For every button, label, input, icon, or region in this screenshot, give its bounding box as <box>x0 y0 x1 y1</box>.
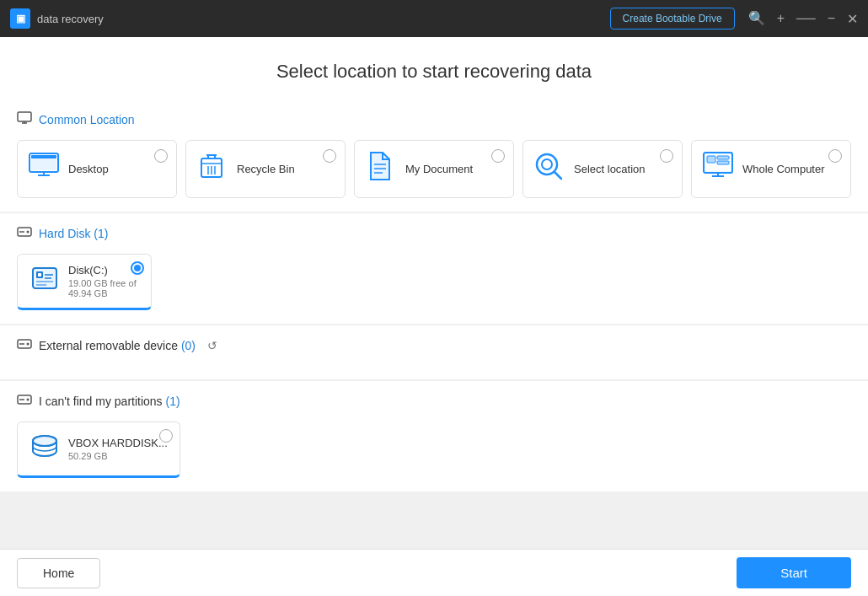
common-location-section: Common Location Desktop <box>0 99 868 212</box>
vbox-radio[interactable] <box>159 429 173 443</box>
page-title: Select location to start recovering data <box>0 61 868 83</box>
svg-rect-27 <box>717 156 729 159</box>
hard-disk-label: Hard Disk (1) <box>39 227 108 240</box>
close-icon[interactable]: ✕ <box>847 11 858 27</box>
partitions-section-icon <box>17 393 32 410</box>
app-title: data recovery <box>37 13 104 25</box>
my-document-radio[interactable] <box>491 149 505 163</box>
create-bootable-button[interactable]: Create Bootable Drive <box>610 8 735 30</box>
partitions-count: (1) <box>166 395 180 408</box>
disk-c-item[interactable]: Disk(C:) 19.00 GB free of 49.94 GB <box>17 254 152 310</box>
logo-icon: ▣ <box>10 8 30 29</box>
hard-disk-section: Hard Disk (1) <box>0 213 868 324</box>
scroll-area: Common Location Desktop <box>0 99 868 549</box>
partitions-label: I can't find my partitions (1) <box>39 395 180 408</box>
recycle-bin-icon <box>196 152 227 186</box>
select-location-radio[interactable] <box>660 149 673 163</box>
app-logo: ▣ data recovery <box>10 8 104 29</box>
hard-disk-count: (1) <box>94 227 108 240</box>
minimize-icon[interactable]: − <box>828 12 835 25</box>
desktop-label: Desktop <box>68 163 109 175</box>
vbox-disk-items: VBOX HARDDISK... 50.29 GB <box>17 421 851 478</box>
common-location-header: Common Location <box>17 111 851 128</box>
svg-point-30 <box>27 231 29 234</box>
desktop-card[interactable]: Desktop <box>17 140 177 198</box>
menu-icon[interactable]: ── <box>796 12 816 25</box>
svg-rect-5 <box>31 155 56 158</box>
disk-c-info: Disk(C:) 19.00 GB free of 49.94 GB <box>68 264 137 298</box>
svg-point-40 <box>27 343 29 346</box>
svg-rect-26 <box>707 156 715 163</box>
whole-computer-icon <box>702 151 732 187</box>
location-cards: Desktop <box>17 140 851 198</box>
vbox-icon <box>29 431 60 467</box>
vbox-info: VBOX HARDDISK... 50.29 GB <box>68 437 168 461</box>
disk-c-name: Disk(C:) <box>68 264 137 277</box>
disk-items: Disk(C:) 19.00 GB free of 49.94 GB <box>17 254 851 310</box>
common-location-section-icon <box>17 111 32 128</box>
desktop-radio[interactable] <box>154 149 168 163</box>
my-document-icon <box>365 151 395 187</box>
recycle-bin-label: Recycle Bin <box>237 163 295 175</box>
svg-point-20 <box>542 159 552 169</box>
titlebar: ▣ data recovery Create Bootable Drive 🔍 … <box>0 0 868 37</box>
vbox-size: 50.29 GB <box>68 451 168 461</box>
external-device-label: External removable device (0) <box>39 339 196 352</box>
whole-computer-label: Whole Computer <box>742 163 825 175</box>
search-icon[interactable]: 🔍 <box>748 12 765 25</box>
svg-point-43 <box>27 399 29 401</box>
my-document-card[interactable]: My Document <box>354 140 514 198</box>
add-icon[interactable]: + <box>777 12 785 25</box>
disk-c-icon <box>29 263 60 299</box>
bottom-bar: Home Start <box>0 549 868 596</box>
desktop-icon <box>28 152 58 186</box>
svg-point-46 <box>33 436 56 446</box>
main-content: Select location to start recovering data… <box>0 37 868 596</box>
refresh-icon[interactable]: ↺ <box>207 339 217 352</box>
vbox-harddisk-item[interactable]: VBOX HARDDISK... 50.29 GB <box>17 421 180 478</box>
my-document-label: My Document <box>405 163 473 175</box>
svg-line-21 <box>555 172 561 179</box>
disk-c-size: 19.00 GB free of 49.94 GB <box>68 278 137 298</box>
partitions-section: I can't find my partitions (1) <box>0 381 868 491</box>
vbox-name: VBOX HARDDISK... <box>68 437 168 449</box>
external-device-section: External removable device (0) ↺ <box>0 325 868 379</box>
svg-rect-0 <box>18 112 31 121</box>
svg-rect-28 <box>717 161 729 164</box>
select-location-label: Select location <box>574 163 646 175</box>
recycle-bin-radio[interactable] <box>323 149 336 163</box>
select-location-card[interactable]: Select location <box>522 140 683 198</box>
start-button[interactable]: Start <box>737 557 851 588</box>
partitions-header: I can't find my partitions (1) <box>17 393 851 410</box>
page-header: Select location to start recovering data <box>0 37 868 99</box>
external-device-header: External removable device (0) ↺ <box>17 337 851 354</box>
hard-disk-header: Hard Disk (1) <box>17 225 851 242</box>
recycle-bin-card[interactable]: Recycle Bin <box>185 140 346 198</box>
external-device-section-icon <box>17 337 32 354</box>
select-location-icon <box>533 151 564 187</box>
whole-computer-card[interactable]: Whole Computer <box>691 140 851 198</box>
whole-computer-radio[interactable] <box>828 149 842 163</box>
home-button[interactable]: Home <box>17 558 100 588</box>
external-device-count: (0) <box>181 339 196 352</box>
svg-rect-34 <box>38 273 41 277</box>
common-location-label: Common Location <box>39 113 135 126</box>
window-controls: 🔍 + ── − ✕ <box>748 11 858 27</box>
hard-disk-section-icon <box>17 225 32 242</box>
disk-c-radio[interactable] <box>131 261 144 275</box>
